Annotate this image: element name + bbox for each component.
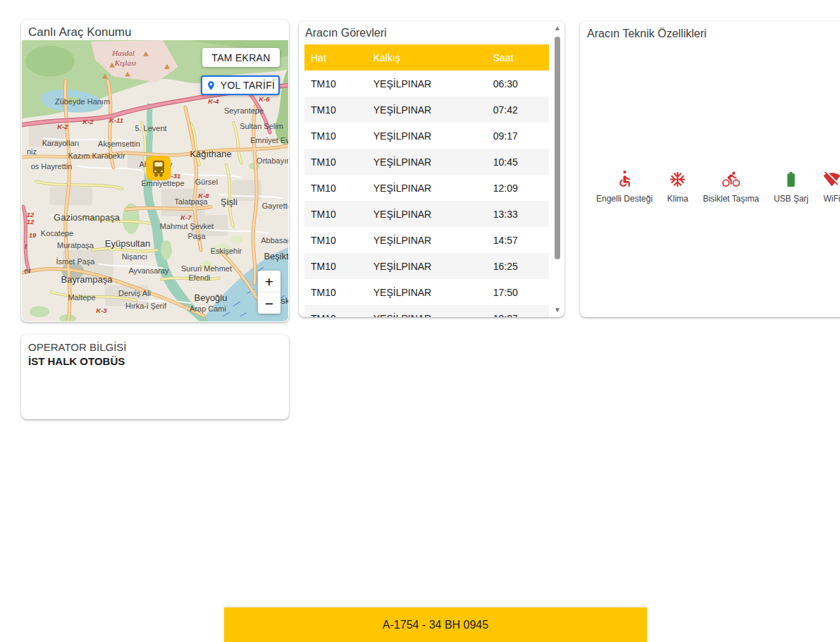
- table-row: TM10 YEŞİLPINAR 17:50: [304, 279, 549, 305]
- map-label: Seyrantepe: [224, 106, 264, 115]
- scrollbar-up-arrow[interactable]: ▲: [552, 24, 562, 32]
- scrollbar-down-arrow[interactable]: ▼: [552, 306, 562, 314]
- map-label: Karayolları: [42, 139, 79, 147]
- map-label: Kocatepe: [41, 229, 73, 237]
- cell-kalkis: YEŞİLPINAR: [366, 104, 486, 116]
- map-label: Sultan Selim: [240, 122, 283, 130]
- feature-item: Bisiklet Taşıma: [703, 171, 759, 204]
- header-kalkis: Kalkış: [366, 52, 486, 63]
- map-label: Ayvansaray: [128, 266, 169, 275]
- cell-saat: 14:57: [486, 235, 549, 246]
- cell-kalkis: YEŞİLPINAR: [366, 287, 486, 298]
- cell-saat: 12:09: [486, 183, 549, 194]
- feature-label: Engelli Desteği: [596, 194, 653, 204]
- feature-item: USB Şarj: [774, 171, 808, 204]
- map-label: Eyüpsultan: [105, 238, 150, 249]
- cell-kalkis: YEŞİLPINAR: [366, 313, 486, 318]
- bus-marker[interactable]: [147, 156, 171, 180]
- map-label: Beyoğlu: [194, 292, 228, 303]
- map-label: İsmet Paşa: [56, 257, 96, 266]
- map-label: niz: [27, 147, 37, 156]
- wifi-off-icon: [823, 171, 840, 188]
- cell-kalkis: YEŞİLPINAR: [366, 209, 486, 220]
- map-label: Talatpaşa: [174, 197, 208, 206]
- cell-hat: TM10: [304, 156, 366, 168]
- map-label: Eskişehir: [211, 247, 242, 255]
- map-label: K-2: [82, 118, 94, 125]
- accessible-icon: [616, 171, 634, 188]
- zoom-in-button[interactable]: +: [258, 271, 280, 292]
- tech-card-title: Aracın Teknik Özellikleri: [580, 21, 840, 44]
- cell-saat: 13:33: [486, 209, 549, 220]
- map-label: Kışlası: [114, 58, 137, 67]
- vehicle-plate-bar: A-1754 - 34 BH 0945: [224, 607, 647, 642]
- map-label: Abbasağa: [261, 236, 288, 245]
- map-label: K-3: [96, 307, 107, 314]
- scrollbar-thumb[interactable]: [555, 37, 560, 259]
- map-label: r: [25, 242, 27, 250]
- cell-kalkis: YEŞİLPINAR: [366, 261, 486, 272]
- table-row: TM10 YEŞİLPINAR 12:09: [304, 175, 549, 201]
- map-label: Bayrampaşa: [61, 274, 113, 285]
- map-label: Akşemsettin: [98, 140, 140, 148]
- feature-item: Klima: [667, 171, 688, 204]
- tasks-table-body: TM10 YEŞİLPINAR 06:30 TM10 YEŞİLPINAR 07…: [304, 70, 549, 317]
- map-label: Şişli: [221, 197, 237, 207]
- map-label: Mahmut Şevket: [160, 222, 214, 230]
- table-row: TM10 YEŞİLPINAR 10:45: [304, 149, 549, 175]
- features-row: Engelli Desteği Klima Bisiklet Taşıma US…: [596, 171, 840, 204]
- cell-hat: TM10: [304, 261, 366, 272]
- cell-hat: TM10: [304, 130, 366, 142]
- cell-kalkis: YEŞİLPINAR: [366, 130, 486, 142]
- vehicle-tasks-card: Aracın Görevleri Hat Kalkış Saat TM10 YE…: [299, 21, 564, 317]
- map-label: Paşa: [187, 232, 206, 240]
- bicycle-icon: [722, 171, 740, 188]
- cell-saat: 07:42: [486, 104, 549, 116]
- table-row: TM10 YEŞİLPINAR 06:30: [304, 70, 549, 97]
- cell-saat: 16:25: [486, 261, 549, 272]
- cell-kalkis: YEŞİLPINAR: [366, 183, 486, 194]
- live-map[interactable]: HasdalKışlasıZübeyde HanımK-2K-2K-115. L…: [22, 40, 288, 321]
- cell-hat: TM10: [304, 209, 366, 220]
- cell-saat: 10:45: [486, 156, 549, 168]
- tasks-card-title: Aracın Görevleri: [299, 21, 564, 42]
- map-label: Sururi Mehmet: [181, 264, 232, 273]
- operator-info-card: OPERATOR BİLGİSİ İST HALK OTOBÜS: [21, 335, 289, 419]
- live-vehicle-location-card: Canlı Araç Konumu: [21, 20, 289, 322]
- map-label: Efendi: [188, 273, 210, 282]
- fullscreen-button-label: TAM EKRAN: [211, 52, 270, 63]
- map-label: Kâğıthane: [190, 149, 231, 159]
- map-label: Emniyet Ev: [250, 136, 288, 144]
- directions-button[interactable]: YOL TARİFİ: [201, 75, 280, 95]
- fullscreen-button[interactable]: TAM EKRAN: [202, 48, 280, 67]
- operator-card-title: OPERATOR BİLGİSİ: [21, 335, 289, 353]
- map-label: K-4: [208, 97, 219, 105]
- tasks-scrollbar[interactable]: ▲ ▼: [552, 24, 562, 314]
- map-label: Zübeyde Hanım: [55, 97, 110, 106]
- map-label: er: [24, 266, 31, 275]
- vehicle-plate-label: A-1754 - 34 BH 0945: [383, 619, 488, 631]
- map-label: K-2: [57, 123, 68, 130]
- tasks-table-header: Hat Kalkış Saat: [304, 44, 549, 70]
- operator-name: İST HALK OTOBÜS: [21, 353, 289, 369]
- map-zoom-control: + −: [258, 271, 280, 314]
- feature-item: WiFi: [823, 171, 840, 204]
- map-label: Gayrettepe: [262, 202, 288, 210]
- map-label: 19: [29, 231, 37, 239]
- table-row: TM10 YEŞİLPINAR 16:25: [304, 253, 549, 279]
- cell-hat: TM10: [304, 183, 366, 194]
- map-label: Ortabayır: [257, 156, 288, 165]
- map-label: Gaziosmanpaşa: [54, 212, 121, 223]
- cell-hat: TM10: [304, 235, 366, 246]
- map-label: K-11: [109, 116, 123, 124]
- feature-item: Engelli Desteği: [596, 171, 653, 204]
- header-saat: Saat: [486, 52, 549, 63]
- cell-hat: TM10: [304, 78, 366, 89]
- tasks-table: Hat Kalkış Saat TM10 YEŞİLPINAR 06:30 TM…: [304, 44, 549, 317]
- map-label: Maltepe: [68, 293, 95, 302]
- map-label: Arap Cami: [190, 304, 226, 313]
- map-label: Muratpaşa: [57, 241, 94, 249]
- map-label: Derviş Ali: [118, 289, 151, 297]
- zoom-out-button[interactable]: −: [258, 292, 280, 314]
- feature-label: Klima: [667, 194, 688, 204]
